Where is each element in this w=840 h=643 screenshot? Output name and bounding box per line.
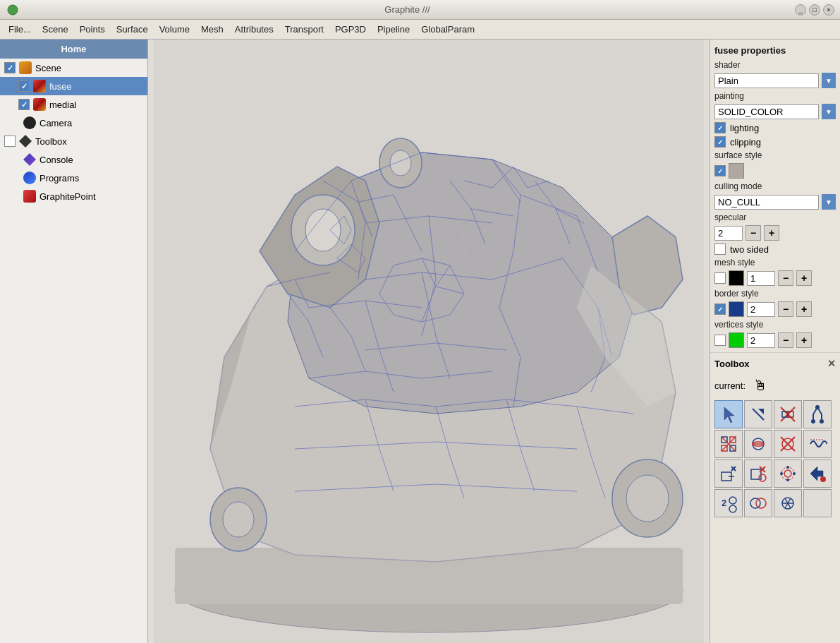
tool-pointer[interactable]	[744, 400, 772, 428]
menu-item-attributes[interactable]: Attributes	[229, 21, 279, 37]
painting-dropdown-arrow[interactable]	[822, 104, 836, 119]
menu-item-transport[interactable]: Transport	[279, 21, 329, 37]
border-plus-button[interactable]: +	[796, 301, 812, 317]
svg-point-61	[784, 470, 791, 477]
menu-item-globalparam[interactable]: GlobalParam	[415, 21, 480, 37]
tool-gear[interactable]	[774, 459, 802, 488]
surface-color-swatch[interactable]	[729, 163, 744, 179]
svg-point-38	[820, 419, 824, 423]
menu-item-surface[interactable]: Surface	[111, 21, 154, 37]
maximize-button[interactable]: □	[809, 4, 820, 16]
menu-item-scene[interactable]: Scene	[37, 21, 74, 37]
svg-point-11	[223, 502, 254, 537]
vertices-style-label: vertices style	[714, 318, 836, 331]
surface-style-checkbox[interactable]	[714, 165, 726, 176]
vertices-style-input[interactable]: 2	[747, 333, 775, 348]
fusee-checkbox[interactable]	[18, 80, 30, 92]
svg-point-14	[477, 208, 480, 210]
border-minus-button[interactable]: −	[778, 301, 793, 317]
mesh-minus-button[interactable]: −	[778, 270, 793, 286]
tool-cross-circle[interactable]	[774, 430, 802, 458]
tool-fork[interactable]	[803, 400, 832, 428]
toolbox-close-button[interactable]: ✕	[827, 358, 836, 369]
toolbox-current-label: current:	[714, 380, 745, 391]
sidebar-item-camera[interactable]: Camera	[0, 114, 147, 132]
close-button[interactable]: ×	[823, 4, 834, 16]
menu-item-pgp3d[interactable]: PGP3D	[329, 21, 372, 37]
svg-point-13	[463, 222, 465, 224]
vertices-style-checkbox[interactable]	[714, 335, 726, 346]
shader-select[interactable]: Plain	[714, 73, 819, 88]
shader-dropdown-arrow[interactable]	[822, 73, 836, 88]
shader-row: Plain	[714, 71, 836, 90]
minimize-button[interactable]: _	[795, 4, 806, 16]
sidebar-item-scene[interactable]: Scene	[0, 59, 147, 77]
specular-minus-button[interactable]: −	[745, 225, 761, 241]
specular-plus-button[interactable]: +	[764, 225, 779, 241]
menu-item-volume[interactable]: Volume	[154, 21, 195, 37]
mesh-style-value: 1	[750, 273, 755, 284]
tool-arrow-dot[interactable]	[803, 459, 832, 488]
specular-label: specular	[714, 211, 836, 224]
vertices-plus-button[interactable]: +	[796, 332, 812, 348]
tool-cross-select[interactable]	[774, 400, 802, 428]
sidebar-item-console[interactable]: Console	[0, 150, 147, 169]
sidebar-item-graphitepoint[interactable]: GraphitePoint	[0, 187, 147, 205]
sidebar-item-fusee[interactable]: fusee	[0, 77, 147, 95]
medial-label: medial	[49, 100, 76, 110]
mesh-style-label: mesh style	[714, 256, 836, 269]
sidebar-item-programs[interactable]: Programs	[0, 169, 147, 187]
tool-circles[interactable]	[744, 489, 772, 517]
properties-title: fusee properties	[714, 42, 836, 59]
border-style-input[interactable]: 2	[747, 302, 775, 317]
vertices-minus-button[interactable]: −	[778, 332, 793, 348]
scene-checkbox[interactable]	[4, 62, 16, 73]
tool-empty[interactable]	[803, 489, 832, 517]
svg-marker-28	[758, 409, 764, 414]
menu-item-mesh[interactable]: Mesh	[195, 21, 229, 37]
toolbox-title-label: Toolbox	[714, 359, 750, 369]
toolbox-header: Toolbox ✕	[714, 356, 836, 373]
svg-point-9	[626, 475, 669, 522]
culling-mode-select[interactable]: NO_CULL	[714, 195, 819, 210]
menu-item-pipeline[interactable]: Pipeline	[372, 21, 415, 37]
svg-point-12	[449, 208, 451, 210]
svg-point-19	[484, 236, 487, 239]
svg-point-21	[512, 236, 515, 239]
culling-mode-dropdown-arrow[interactable]	[822, 194, 836, 210]
two-sided-row: two sided	[714, 242, 836, 256]
tool-grid-cross[interactable]	[714, 430, 743, 458]
home-button[interactable]: Home	[0, 40, 147, 59]
vertices-color-swatch[interactable]	[729, 332, 744, 348]
toolbox-checkbox[interactable]	[4, 136, 16, 147]
tool-select[interactable]	[714, 400, 743, 428]
svg-point-37	[811, 419, 815, 423]
scene-icon	[18, 61, 32, 75]
toolbox-icon	[18, 134, 32, 148]
tool-2-dot[interactable]: 2	[714, 489, 743, 517]
tool-orbit[interactable]	[744, 430, 772, 458]
sidebar-item-medial[interactable]: medial	[0, 95, 147, 114]
menu-item-points[interactable]: Points	[74, 21, 111, 37]
painting-select[interactable]: SOLID_COLOR	[714, 104, 819, 119]
svg-text:2: 2	[722, 498, 726, 508]
medial-checkbox[interactable]	[18, 99, 30, 110]
two-sided-checkbox[interactable]	[714, 244, 726, 255]
mesh-style-input[interactable]: 1	[747, 271, 775, 286]
mesh-style-checkbox[interactable]	[714, 272, 726, 284]
tool-box-x[interactable]	[744, 459, 772, 488]
mesh-plus-button[interactable]: +	[796, 270, 812, 286]
tool-wave[interactable]	[803, 430, 832, 458]
lighting-checkbox[interactable]	[714, 122, 726, 133]
clipping-checkbox[interactable]	[714, 136, 726, 148]
viewport[interactable]	[148, 40, 710, 643]
border-style-checkbox[interactable]	[714, 304, 726, 315]
menu-item-file[interactable]: File...	[3, 21, 37, 37]
mesh-color-swatch[interactable]	[729, 270, 744, 286]
tool-circle-lines[interactable]	[774, 489, 802, 517]
tool-box-arrow[interactable]	[714, 459, 743, 488]
specular-input[interactable]: 2	[714, 226, 743, 241]
window-icon	[6, 3, 20, 17]
border-color-swatch[interactable]	[729, 301, 744, 317]
sidebar-item-toolbox[interactable]: Toolbox	[0, 132, 147, 150]
